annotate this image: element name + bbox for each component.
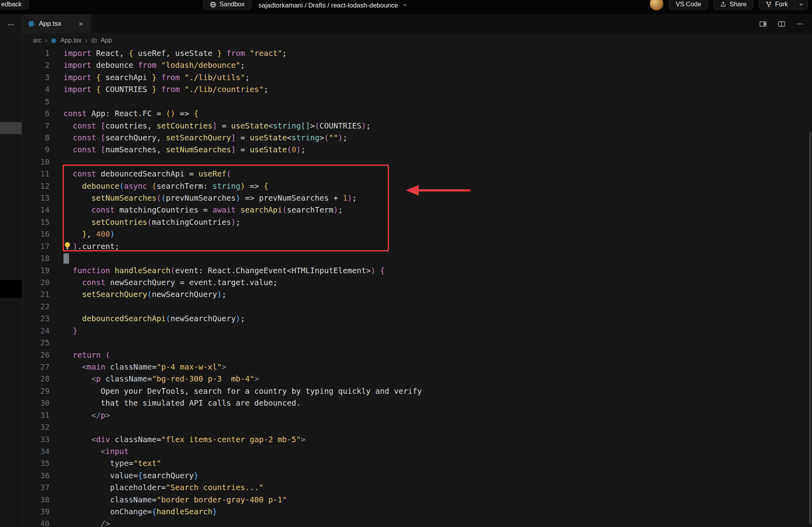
code-line-text xyxy=(50,337,63,349)
code-line[interactable]: 6const App: React.FC = () => { xyxy=(22,108,812,120)
toggle-right-panel-button[interactable] xyxy=(757,20,769,28)
share-button[interactable]: Share xyxy=(713,0,753,10)
code-line[interactable]: 14 const matchingCountries = await searc… xyxy=(22,204,812,216)
tab-label: App.tsx xyxy=(39,20,61,28)
fork-label: Fork xyxy=(775,1,788,8)
code-line[interactable]: 35 type="text" xyxy=(22,458,812,470)
fork-dropdown-button[interactable] xyxy=(794,0,808,10)
breadcrumb-separator-icon: › xyxy=(45,37,47,44)
line-number: 25 xyxy=(22,337,50,349)
line-number: 13 xyxy=(22,192,50,204)
breadcrumb-symbol[interactable]: App xyxy=(101,37,112,44)
code-line[interactable]: 13 setNumSearches((prevNumSearches) => p… xyxy=(22,192,812,204)
code-line[interactable]: 30 that the simulated API calls are debo… xyxy=(22,397,812,409)
code-line-text: const newSearchQuery = event.target.valu… xyxy=(50,277,278,289)
line-number: 28 xyxy=(22,373,50,385)
editor-more-actions-button[interactable] xyxy=(794,20,806,28)
code-line-text: /> xyxy=(50,518,110,527)
line-number: 14 xyxy=(22,204,50,216)
code-line[interactable]: 3import { searchApi } from "./lib/utils"… xyxy=(22,72,812,84)
code-line-text: import React, { useRef, useState } from … xyxy=(50,48,287,59)
code-line[interactable]: 26 return ( xyxy=(22,349,812,361)
line-number: 2 xyxy=(22,59,50,71)
code-line-text xyxy=(50,253,63,264)
react-file-icon xyxy=(51,38,57,44)
split-editor-button[interactable] xyxy=(776,20,788,28)
code-line[interactable]: 22 xyxy=(22,301,812,313)
line-number: 38 xyxy=(22,494,50,506)
code-line[interactable]: 8 const [searchQuery, setSearchQuery] = … xyxy=(22,132,812,144)
code-line[interactable]: 21 setSearchQuery(newSearchQuery); xyxy=(22,289,812,301)
code-line[interactable]: 34 <input xyxy=(22,446,812,458)
code-line-text xyxy=(50,96,63,108)
code-line-text: debounce(async (searchTerm: string) => { xyxy=(50,180,268,192)
globe-icon xyxy=(210,1,216,8)
project-breadcrumb[interactable]: sajadtorkamani / Drafts / react-lodash-d… xyxy=(259,0,408,10)
code-line[interactable]: 11 const debouncedSearchApi = useRef( xyxy=(22,168,812,180)
code-line[interactable]: 20 const newSearchQuery = event.target.v… xyxy=(22,277,812,289)
code-line[interactable]: 29 Open your DevTools, search for a coun… xyxy=(22,385,812,397)
feedback-button[interactable]: edback xyxy=(0,0,29,10)
vscode-button[interactable]: VS Code xyxy=(669,0,708,10)
code-line-text xyxy=(50,301,63,313)
tab-close-icon[interactable]: × xyxy=(76,19,86,28)
avatar[interactable] xyxy=(650,0,663,10)
lightbulb-icon[interactable] xyxy=(63,241,72,250)
code-line-text xyxy=(50,156,63,168)
code-line[interactable]: 28 <p className="bg-red-300 p-3 mb-4"> xyxy=(22,373,812,385)
code-line[interactable]: 23 debouncedSearchApi(newSearchQuery); xyxy=(22,313,812,325)
code-line[interactable]: 10 xyxy=(22,156,812,168)
code-line[interactable]: 19 function handleSearch(event: React.Ch… xyxy=(22,265,812,277)
code-line[interactable]: 4import { COUNTRIES } from "./lib/countr… xyxy=(22,84,812,96)
fork-split-button: Fork xyxy=(759,0,808,10)
code-line[interactable]: 25 xyxy=(22,337,812,349)
tab-bar: App.tsx × xyxy=(22,14,812,33)
code-line-text: <p className="bg-red-300 p-3 mb-4"> xyxy=(50,373,259,385)
code-line-text: that the simulated API calls are debounc… xyxy=(50,397,301,409)
code-line-text: setNumSearches((prevNumSearches) => prev… xyxy=(50,192,357,204)
code-line[interactable]: 7 const [countries, setCountries] = useS… xyxy=(22,120,812,132)
code-line[interactable]: 15 setCountries(matchingCountries); xyxy=(22,217,812,228)
code-line[interactable]: 17 ).current; xyxy=(22,241,812,253)
scrollbar[interactable] xyxy=(809,132,811,525)
code-line[interactable]: 38 className="border border-gray-400 p-1… xyxy=(22,494,812,506)
code-line[interactable]: 2import debounce from "lodash/debounce"; xyxy=(22,59,812,71)
code-line[interactable]: 5 xyxy=(22,96,812,108)
code-line[interactable]: 27 <main className="p-4 max-w-xl"> xyxy=(22,361,812,373)
line-number: 7 xyxy=(22,120,50,132)
code-area[interactable]: 1import React, { useRef, useState } from… xyxy=(22,48,812,527)
code-line[interactable]: 31 </p> xyxy=(22,410,812,422)
code-line[interactable]: 16 }, 400) xyxy=(22,228,812,240)
code-line[interactable]: 33 <div className="flex items-center gap… xyxy=(22,434,812,446)
line-number: 8 xyxy=(22,132,50,144)
code-line-text: ).current; xyxy=(50,241,119,253)
code-line[interactable]: 24 } xyxy=(22,325,812,337)
breadcrumb-separator-icon: › xyxy=(85,37,88,44)
code-line[interactable]: 37 placeholder="Search countries..." xyxy=(22,482,812,494)
code-line[interactable]: 12 debounce(async (searchTerm: string) =… xyxy=(22,180,812,192)
line-number: 29 xyxy=(22,385,50,397)
code-line[interactable]: 18 xyxy=(22,253,812,264)
line-number: 35 xyxy=(22,458,50,470)
fork-button[interactable]: Fork xyxy=(759,0,794,10)
sandbox-button[interactable]: Sandbox xyxy=(203,0,251,10)
code-line[interactable]: 36 value={searchQuery} xyxy=(22,470,812,482)
code-line-text: <div className="flex items-center gap-2 … xyxy=(50,434,306,446)
code-line[interactable]: 40 /> xyxy=(22,518,812,527)
code-line[interactable]: 1import React, { useRef, useState } from… xyxy=(22,48,812,59)
code-line-text: <main className="p-4 max-w-xl"> xyxy=(50,361,226,373)
sidebar-highlight-block xyxy=(0,122,22,134)
sidebar-black-block xyxy=(0,280,22,298)
code-line[interactable]: 39 onChange={handleSearch} xyxy=(22,506,812,518)
breadcrumb-file[interactable]: App.tsx xyxy=(60,37,81,44)
symbol-icon xyxy=(91,38,97,44)
code-line-text: Open your DevTools, search for a country… xyxy=(50,385,422,397)
code-line-text: import debounce from "lodash/debounce"; xyxy=(50,59,245,71)
line-number: 23 xyxy=(22,313,50,325)
code-line-text: </p> xyxy=(50,410,110,422)
editor-overflow-button[interactable] xyxy=(0,14,22,29)
code-line[interactable]: 32 xyxy=(22,422,812,433)
breadcrumb-src[interactable]: src xyxy=(33,37,41,44)
code-line[interactable]: 9 const [numSearches, setNumSearches] = … xyxy=(22,144,812,156)
tab-app-tsx[interactable]: App.tsx × xyxy=(22,14,91,33)
